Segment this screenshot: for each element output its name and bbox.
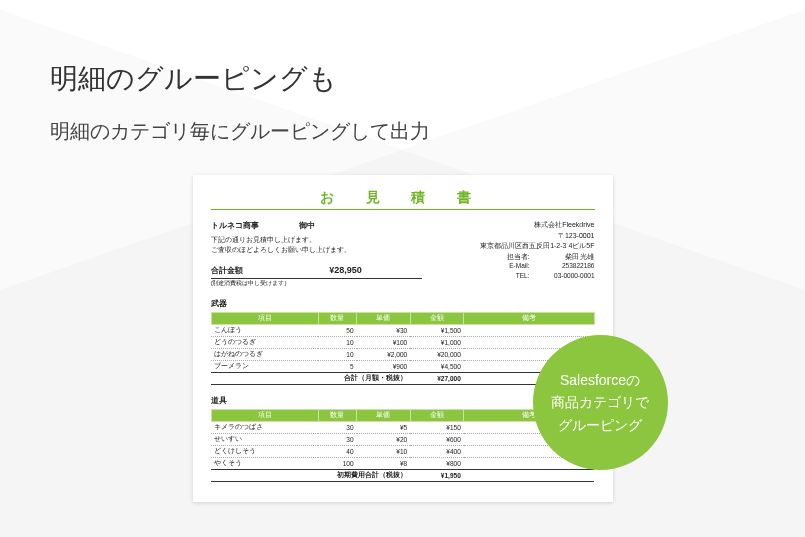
- intro-line-2: ご査収のほどよろしくお願い申し上げます。: [211, 245, 422, 255]
- contact-name: 柴田 光雄: [540, 252, 595, 262]
- table-row: せいすい 30 ¥20 ¥600: [211, 433, 594, 445]
- table-row: はがねのつるぎ 10 ¥2,000 ¥20,000: [211, 348, 594, 360]
- items-table-1: 項目 数量 単価 金額 備考 こんぼう 50 ¥30 ¥1,500: [211, 312, 595, 385]
- tel-label: TEL:: [500, 271, 530, 281]
- intro-line-1: 下記の通りお見積申し上げます。: [211, 235, 422, 245]
- total-label: 合計金額: [211, 265, 243, 276]
- email-value: 253822186: [540, 261, 595, 271]
- company-address: 東京都品川区西五反田1-2-3 4ビル5F: [433, 241, 594, 252]
- table-row: ブーメラン 5 ¥900 ¥4,500: [211, 360, 594, 372]
- table-row: やくそう 100 ¥8 ¥800: [211, 457, 594, 469]
- total-amount: ¥28,950: [329, 265, 362, 275]
- total-note: (別途消費税は申し受けます): [211, 279, 422, 288]
- table-row: どうのつるぎ 10 ¥100 ¥1,000: [211, 336, 594, 348]
- badge-line-3: グルーピング: [551, 414, 649, 436]
- company-name: 株式会社Fleekdrive: [433, 220, 594, 231]
- page-heading: 明細のグルーピングも: [50, 60, 755, 98]
- th-amount: 金額: [410, 312, 464, 324]
- quotation-document: お 見 積 書 トルネコ商事 御中 下記の通りお見積申し上げます。 ご査収のほど…: [193, 175, 613, 502]
- email-label: E-Mail:: [500, 261, 530, 271]
- th-note: 備考: [464, 312, 594, 324]
- th-unit: 単価: [357, 409, 411, 421]
- th-qty: 数量: [318, 409, 356, 421]
- subtotal-row-2: 初期費用合計（税抜） ¥1,950: [211, 469, 594, 481]
- th-qty: 数量: [318, 312, 356, 324]
- client-name: トルネコ商事: [211, 220, 259, 231]
- badge-line-1: Salesforceの: [551, 369, 649, 391]
- doc-title: お 見 積 書: [211, 189, 595, 210]
- table-row: どくけしそう 40 ¥10 ¥400: [211, 445, 594, 457]
- page-subheading: 明細のカテゴリ毎にグルーピングして出力: [50, 118, 755, 145]
- th-item: 項目: [211, 409, 318, 421]
- contact-label: 担当者:: [500, 252, 530, 262]
- th-unit: 単価: [357, 312, 411, 324]
- company-zip: 〒123-0001: [433, 231, 594, 242]
- tel-value: 03-0000-0001: [540, 271, 595, 281]
- table-row: こんぼう 50 ¥30 ¥1,500: [211, 324, 594, 336]
- th-item: 項目: [211, 312, 318, 324]
- group-title-1: 武器: [211, 298, 595, 309]
- callout-badge: Salesforceの 商品カテゴリで グルーピング: [533, 335, 668, 470]
- th-amount: 金額: [410, 409, 464, 421]
- badge-line-2: 商品カテゴリで: [551, 391, 649, 413]
- client-suffix: 御中: [299, 220, 315, 231]
